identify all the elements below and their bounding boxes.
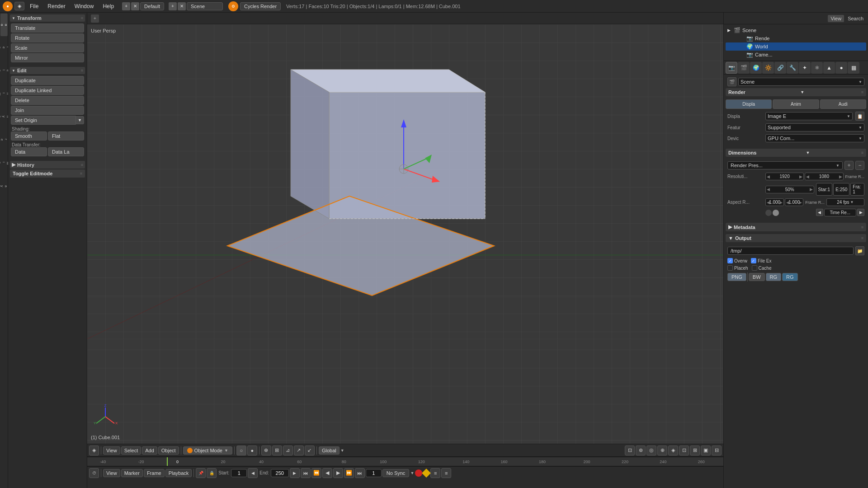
aspect-x-left-arrow[interactable]: ◀ xyxy=(767,200,770,205)
pct-input[interactable]: ◀ 50% ▶ xyxy=(765,186,814,193)
tl-view-menu[interactable]: View xyxy=(103,469,120,477)
dimensions-section-header[interactable]: Dimensions ▼ ≡ xyxy=(726,149,866,157)
mirror-btn[interactable]: Mirror xyxy=(11,53,84,62)
layout-add-btn[interactable]: + xyxy=(122,2,130,10)
view-icon-r2[interactable]: ⊡ xyxy=(679,446,689,455)
view-icon-r1[interactable]: ◈ xyxy=(668,446,678,455)
tl-playback-menu[interactable]: Playback xyxy=(165,469,192,477)
smooth-btn[interactable]: Smooth xyxy=(11,131,47,141)
transform-header[interactable]: ▼ Transform ≡ xyxy=(10,14,85,22)
metadata-section-header[interactable]: ▶ Metadata ≡ xyxy=(726,223,866,231)
aspect-y-input[interactable]: ◀ 1.000 ▶ xyxy=(785,198,803,206)
pct-right-arrow[interactable]: ▶ xyxy=(810,187,813,192)
set-origin-arrow[interactable]: ▼ xyxy=(76,116,84,124)
add-menu[interactable]: Add xyxy=(142,446,157,455)
tl-pin-icon[interactable]: 📌 xyxy=(196,468,206,478)
prop-tab-modifier[interactable]: 🔧 xyxy=(787,62,798,74)
dimensions-plus-btn[interactable]: + xyxy=(844,161,854,170)
output-browse-btn[interactable]: 📁 xyxy=(855,246,864,255)
menu-window[interactable]: Window xyxy=(71,2,98,10)
viewport-icon-2[interactable]: ⊞ xyxy=(272,446,282,455)
render-shading-icon[interactable]: ○ xyxy=(236,446,246,455)
end-frame-input[interactable]: 250 xyxy=(271,469,289,477)
render-presets-dropdown[interactable]: Render Pres... ▼ xyxy=(727,161,843,169)
pct-left-arrow[interactable]: ◀ xyxy=(767,187,770,192)
prop-tab-constraints[interactable]: 🔗 xyxy=(774,62,786,74)
tree-item-render[interactable]: 📷 Rende xyxy=(726,34,866,42)
no-sync-arrow[interactable]: ▼ xyxy=(410,471,414,475)
viewport-icon-3[interactable]: ⊿ xyxy=(283,446,293,455)
tree-item-world[interactable]: 🌍 World xyxy=(726,42,866,51)
res-x-input[interactable]: ◀ 1920 ▶ xyxy=(765,173,804,180)
output-path-input[interactable] xyxy=(727,247,854,255)
dimensions-minus-btn[interactable]: − xyxy=(855,161,864,170)
tree-item-scene[interactable]: ▶ 🎬 Scene xyxy=(726,26,866,34)
cache-cb[interactable] xyxy=(752,265,757,271)
join-btn[interactable]: Join xyxy=(11,106,84,115)
delete-btn[interactable]: Delete xyxy=(11,96,84,105)
rph-search-btn[interactable]: Search xyxy=(845,15,866,22)
editor-type-selector[interactable]: ◈ xyxy=(14,2,24,10)
blender-logo[interactable]: ● xyxy=(3,1,13,11)
color-dot-1[interactable] xyxy=(765,210,772,216)
solid-shading-icon[interactable]: ● xyxy=(247,446,257,455)
tl-next-frame[interactable]: ⏩ xyxy=(344,468,354,478)
prop-tab-texture[interactable]: ▩ xyxy=(848,62,859,74)
keyframe-btn[interactable] xyxy=(422,469,431,478)
toolbar-tab-create[interactable]: Creat xyxy=(0,37,8,59)
rotate-btn[interactable]: Rotate xyxy=(11,33,84,42)
tl-extra-btn1[interactable]: ≡ xyxy=(430,468,440,478)
proportional-icon[interactable]: ◎ xyxy=(646,446,656,455)
fps-arrow[interactable]: ▼ xyxy=(850,200,854,204)
scene-selector[interactable]: Scene xyxy=(187,2,223,10)
layout-close-btn[interactable]: ✕ xyxy=(131,2,139,10)
fps-input[interactable]: 24 fps ▼ xyxy=(826,198,864,206)
res-y-left-arrow[interactable]: ◀ xyxy=(806,174,809,179)
layout-selector[interactable]: Default xyxy=(140,2,164,10)
object-menu[interactable]: Object xyxy=(158,446,179,455)
rph-view-btn[interactable]: View xyxy=(828,15,844,22)
global-selector[interactable]: Global xyxy=(319,446,340,455)
file-ext-checkbox[interactable]: ✓ File Ex xyxy=(751,258,772,263)
snap-icon[interactable]: ⊡ xyxy=(625,446,635,455)
edit-header[interactable]: ▼ Edit ≡ xyxy=(10,67,85,74)
current-frame-input[interactable] xyxy=(366,469,382,477)
scene-add-btn[interactable]: + xyxy=(169,2,177,10)
timeline-ruler[interactable]: -40 -20 0 20 40 60 80 100 120 140 160 18… xyxy=(87,457,723,466)
toolbar-tab-animation[interactable]: Anima xyxy=(0,83,8,105)
file-ext-cb[interactable]: ✓ xyxy=(751,258,756,263)
toolbar-tab-physics[interactable]: Physi xyxy=(0,106,8,128)
prop-tab-particles[interactable]: ✦ xyxy=(799,62,811,74)
tl-prev-frame[interactable]: ⏪ xyxy=(311,468,321,478)
prop-tab-material[interactable]: ● xyxy=(835,62,847,74)
viewport-icon-1[interactable]: ⊕ xyxy=(261,446,271,455)
tl-next-keyframe[interactable]: ▶ xyxy=(290,468,300,478)
start-frame-input[interactable]: 1 xyxy=(231,469,247,477)
render-engine-selector[interactable]: Cycles Render xyxy=(240,2,281,10)
color-dot-2[interactable] xyxy=(773,210,779,216)
viewport-expand-btn[interactable]: + xyxy=(91,14,99,23)
manipulator-icon[interactable]: ⊕ xyxy=(657,446,667,455)
aspect-x-right-arrow[interactable]: ▶ xyxy=(779,200,783,205)
prop-tab-object[interactable]: 🔆 xyxy=(762,62,774,74)
duplicate-btn[interactable]: Duplicate xyxy=(11,76,84,85)
scene-close-btn[interactable]: ✕ xyxy=(178,2,186,10)
format-rgb-btn[interactable]: RG xyxy=(766,273,782,281)
scale-btn[interactable]: Scale xyxy=(11,43,84,52)
tl-prev-keyframe[interactable]: ◀ xyxy=(248,468,258,478)
device-dropdown[interactable]: GPU Com... ▼ xyxy=(765,134,864,142)
view-icon-r4[interactable]: ▣ xyxy=(701,446,711,455)
view-icon-r3[interactable]: ⊞ xyxy=(690,446,700,455)
display-dropdown[interactable]: Image E ▼ xyxy=(765,112,853,120)
history-header[interactable]: ▶ History ≡ xyxy=(10,161,85,169)
view-menu[interactable]: View xyxy=(103,446,120,455)
viewport-editor-type[interactable]: ◈ xyxy=(89,446,99,455)
overwrite-cb[interactable]: ✓ xyxy=(727,258,733,263)
format-png-btn[interactable]: PNG xyxy=(727,273,746,281)
format-bw-btn[interactable]: BW xyxy=(749,273,765,281)
feature-dropdown[interactable]: Supported ▼ xyxy=(765,123,864,131)
prop-tab-scene[interactable]: 🎬 xyxy=(738,62,750,74)
tl-reverse-play[interactable]: ◀ xyxy=(322,468,332,478)
scene-prop-dropdown[interactable]: Scene ▼ xyxy=(738,78,864,86)
timecode-val[interactable]: Time Re... xyxy=(824,209,857,216)
